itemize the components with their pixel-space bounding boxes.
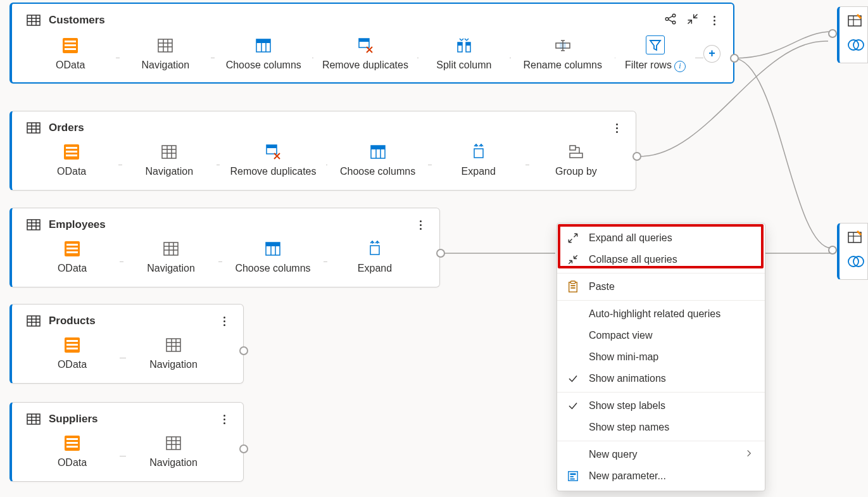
step-label: Navigation [149,457,198,469]
output-node[interactable] [239,346,248,355]
more-icon[interactable] [218,313,230,329]
input-node[interactable] [828,29,837,38]
more-icon[interactable] [218,412,230,427]
choose-columns-icon[interactable] [264,240,282,258]
context-menu: Expand all queries Collapse all queries … [557,223,765,491]
svg-rect-24 [359,39,369,42]
navigation-step-icon[interactable] [165,434,182,452]
svg-line-8 [669,16,673,18]
rename-columns-icon[interactable] [554,37,572,54]
choose-columns-icon[interactable] [369,143,387,161]
step-label: Expand [462,166,496,177]
svg-rect-66 [164,242,178,255]
step-label: Remove duplicates [322,60,408,71]
svg-rect-117 [570,287,575,289]
odata-source-icon[interactable] [61,37,79,54]
choose-columns-icon[interactable] [255,37,272,54]
chevron-right-icon [745,449,753,460]
step-label: Choose columns [340,166,415,177]
paste-icon [566,280,580,294]
more-icon[interactable] [610,120,623,135]
step-label: OData [58,263,87,274]
menu-show-animations[interactable]: Show animations [557,368,765,389]
remove-duplicates-icon[interactable] [264,143,282,161]
output-node[interactable] [632,152,641,161]
menu-compact-view[interactable]: Compact view [557,325,765,346]
filter-rows-icon[interactable] [646,35,665,54]
menu-label: Show animations [589,373,666,384]
query-orders[interactable]: Orders OData Navigation Remove duplicate… [9,111,636,191]
output-node[interactable] [436,249,445,258]
step-label: Expand [358,263,392,274]
more-icon[interactable] [414,217,427,232]
menu-label: Auto-highlight related queries [589,308,720,320]
menu-expand-all[interactable]: Expand all queries [557,227,765,249]
odata-source-icon[interactable] [63,143,80,161]
navigation-step-icon[interactable] [162,240,180,258]
menu-divider [557,392,765,393]
svg-point-6 [672,14,676,17]
add-step-button[interactable]: + [703,45,720,63]
collapse-icon[interactable] [686,13,699,28]
more-icon[interactable] [708,13,720,28]
navigation-step-icon[interactable] [156,37,174,54]
menu-new-parameter[interactable]: New parameter... [557,465,765,487]
menu-label: New query [589,449,637,460]
query-title: Orders [49,122,84,134]
step-label: OData [58,359,87,370]
menu-show-step-names[interactable]: Show step names [557,417,765,438]
navigation-step-icon[interactable] [165,336,182,354]
diagram-canvas[interactable]: Customers OData Navigation [0,0,868,497]
step-label: Choose columns [235,263,310,274]
svg-rect-28 [466,42,470,46]
step-label: Remove duplicates [230,166,316,177]
odata-source-icon[interactable] [63,240,81,258]
odata-source-icon[interactable] [63,434,81,452]
split-column-icon[interactable] [455,37,473,54]
svg-rect-13 [65,48,76,50]
menu-collapse-all[interactable]: Collapse all queries [557,249,765,270]
query-partial-bottom[interactable]: T [837,223,868,280]
svg-rect-64 [66,248,78,249]
step-label: OData [58,457,87,469]
expand-step-icon[interactable] [470,143,487,161]
menu-paste[interactable]: Paste [557,276,765,298]
svg-line-9 [669,20,673,22]
query-partial-top[interactable]: T [837,6,868,63]
svg-point-5 [665,18,669,21]
menu-auto-highlight[interactable]: Auto-highlight related queries [557,303,765,325]
group-by-icon[interactable] [567,143,585,161]
svg-rect-49 [371,146,385,149]
menu-new-query[interactable]: New query [557,444,765,465]
share-icon[interactable] [664,12,677,28]
menu-label: Show step names [589,422,669,433]
menu-show-step-labels[interactable]: Show step labels [557,395,765,417]
svg-rect-75 [370,246,379,255]
query-employees[interactable]: Employees OData Navigation Choose column… [9,208,440,287]
menu-show-minimap[interactable]: Show mini-map [557,346,765,368]
svg-rect-115 [570,281,575,284]
table-icon [25,216,42,234]
query-products[interactable]: Products OData Navigation [9,304,244,384]
output-node[interactable] [730,54,739,63]
svg-rect-0 [27,15,40,25]
info-icon[interactable]: i [674,61,686,72]
step-label: Split column [436,60,491,71]
query-title: Suppliers [49,413,97,425]
svg-rect-119 [570,474,576,475]
input-node[interactable] [828,246,837,255]
output-node[interactable] [239,444,248,453]
query-customers[interactable]: Customers OData Navigation [9,3,734,84]
svg-rect-99 [167,437,180,450]
expand-step-icon[interactable] [366,240,384,258]
parameter-icon [566,469,580,483]
table-icon [25,11,42,29]
remove-duplicates-icon[interactable] [356,37,374,54]
navigation-step-icon[interactable] [160,143,178,161]
venn-icon [847,255,865,270]
svg-rect-14 [158,39,172,52]
query-suppliers[interactable]: Suppliers OData Navigation [9,402,244,482]
svg-rect-121 [570,479,575,480]
odata-source-icon[interactable] [63,336,81,354]
svg-rect-120 [570,476,574,477]
